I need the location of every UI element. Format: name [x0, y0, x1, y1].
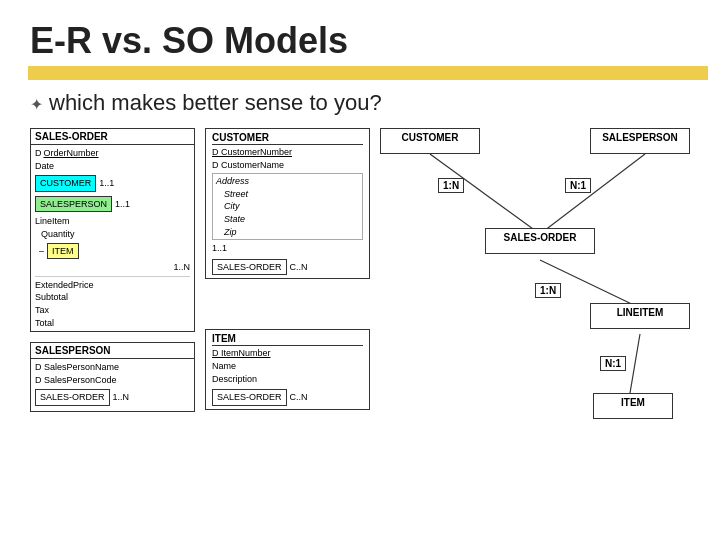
oo-sp-order-ref: SALES-ORDER 1..N [35, 388, 190, 407]
rel-label-n1-item: N:1 [600, 356, 626, 371]
oo-sales-order-derived: ExtendedPrice Subtotal Tax Total [35, 276, 190, 329]
oo-sales-order-header: SALES-ORDER [31, 129, 194, 145]
sp-salesorder-label: SALES-ORDER [35, 389, 110, 406]
svg-line-3 [630, 334, 640, 393]
attr-spname: D SalesPersonName [35, 361, 190, 374]
attr-date: Date [35, 160, 190, 173]
er-item-order-link: SALES-ORDER C..N [212, 388, 363, 407]
subtitle: which makes better sense to you? [30, 90, 690, 116]
er-customer-body: D CustomerNumber D CustomerName Address … [212, 145, 363, 276]
rel-label-n1-salesperson: N:1 [565, 178, 591, 193]
er-item-entity: ITEM [593, 393, 673, 419]
er-item-body: D ItemNumber Name Description SALES-ORDE… [212, 346, 363, 406]
title-underline [28, 66, 708, 80]
svg-line-0 [430, 154, 540, 234]
left-col: SALES-ORDER DOrderNumber Date CUSTOMER 1… [30, 128, 195, 438]
oo-salesperson-body: D SalesPersonName D SalesPersonCode SALE… [31, 359, 194, 411]
attr-ordernumber: DOrderNumber [35, 147, 190, 160]
er-customer-header: CUSTOMER [212, 131, 363, 145]
rel-label-1n-lineitem: 1:N [535, 283, 561, 298]
title: E-R vs. SO Models [30, 20, 690, 62]
oo-customer-ref: CUSTOMER 1..1 [35, 174, 190, 193]
er-salesorder-entity: SALES-ORDER [485, 228, 595, 254]
oo-sales-order-body: DOrderNumber Date CUSTOMER 1..1 SALESPER… [31, 145, 194, 331]
er-item-header: ITEM [212, 332, 363, 346]
svg-line-1 [540, 154, 645, 234]
attr-spcode: D SalesPersonCode [35, 374, 190, 387]
er-item-box: ITEM D ItemNumber Name Description SALES… [205, 329, 370, 409]
oo-salesperson-ref: SALESPERSON 1..1 [35, 195, 190, 214]
er-salesperson-entity: SALESPERSON [590, 128, 690, 154]
diagrams-container: SALES-ORDER DOrderNumber Date CUSTOMER 1… [30, 128, 690, 438]
rel-label-1n-customer: 1:N [438, 178, 464, 193]
oo-salesperson-header: SALESPERSON [31, 343, 194, 359]
middle-col: CUSTOMER D CustomerNumber D CustomerName… [205, 128, 370, 438]
er-lineitem-entity: LINEITEM [590, 303, 690, 329]
item-ref-label: ITEM [47, 243, 79, 260]
er-relationship-diagram: CUSTOMER SALESPERSON 1:N N:1 SALES-ORDER… [380, 128, 690, 438]
er-customer-entity: CUSTOMER [380, 128, 480, 154]
lineitem-section: LineItem Quantity – ITEM [35, 215, 190, 260]
er-customer-order-link: SALES-ORDER C..N [212, 258, 363, 277]
right-col: CUSTOMER SALESPERSON 1:N N:1 SALES-ORDER… [380, 128, 690, 438]
slide: E-R vs. SO Models which makes better sen… [0, 0, 720, 540]
er-customer-box: CUSTOMER D CustomerNumber D CustomerName… [205, 128, 370, 279]
customer-ref-label: CUSTOMER [35, 175, 96, 192]
oo-sales-order-box: SALES-ORDER DOrderNumber Date CUSTOMER 1… [30, 128, 195, 332]
address-composite: Address Street City State Zip [212, 173, 363, 240]
oo-salesperson-box: SALESPERSON D SalesPersonName D SalesPer… [30, 342, 195, 412]
salesperson-ref-label: SALESPERSON [35, 196, 112, 213]
